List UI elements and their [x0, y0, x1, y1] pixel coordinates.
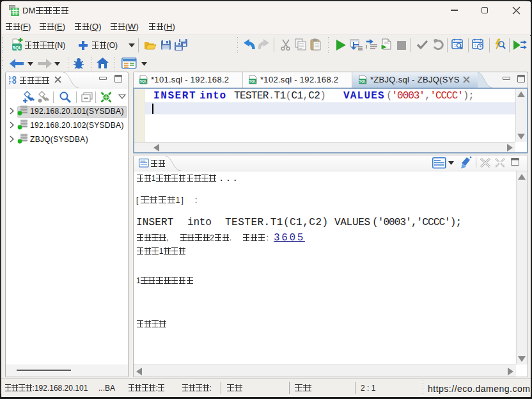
- svg-text:SQL: SQL: [359, 79, 366, 83]
- svg-text:SQL: SQL: [12, 45, 22, 51]
- svg-text:SQL: SQL: [249, 79, 256, 83]
- svg-text:SQL: SQL: [139, 79, 147, 83]
